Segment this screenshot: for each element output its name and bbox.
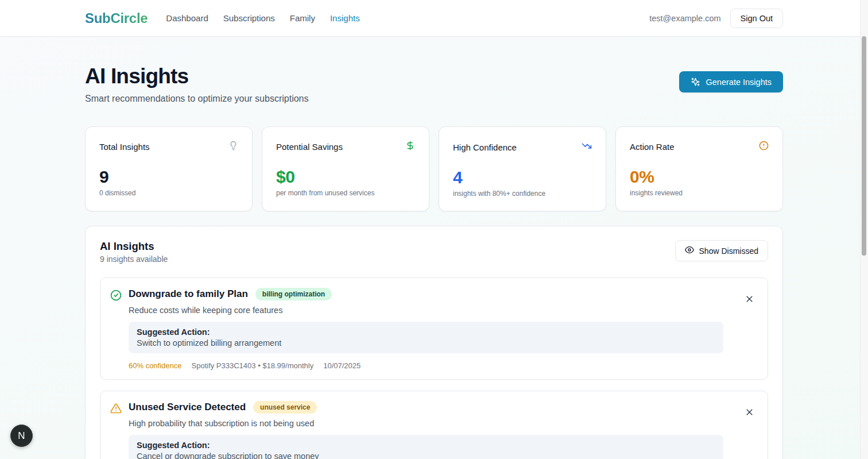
stat-card-potential-savings: Potential Savings $0 per month from unus… xyxy=(262,126,429,211)
eye-icon xyxy=(685,245,694,256)
suggested-action-box: Suggested Action: Switch to optimized bi… xyxy=(129,322,723,353)
panel-subtitle: 9 insights available xyxy=(100,254,168,264)
stat-sub: insights reviewed xyxy=(630,189,769,197)
trending-down-icon xyxy=(582,141,592,153)
lightbulb-icon xyxy=(228,141,238,153)
scrollbar-thumb[interactable] xyxy=(862,36,866,256)
stat-value: $0 xyxy=(276,167,415,187)
insights-panel: AI Insights 9 insights available Show Di… xyxy=(85,226,783,459)
stat-value: 9 xyxy=(99,167,238,187)
page: SubCircle Dashboard Subscriptions Family… xyxy=(0,0,868,459)
confidence-value: 60% confidence xyxy=(129,361,182,370)
stats-row: Total Insights 9 0 dismissed Potential S… xyxy=(85,126,783,211)
nav-subscriptions[interactable]: Subscriptions xyxy=(223,13,275,23)
stat-card-high-confidence: High Confidence 4 insights with 80%+ con… xyxy=(439,126,606,211)
dismiss-insight-button[interactable] xyxy=(743,406,756,419)
insight-card: Downgrade to family Plan billing optimiz… xyxy=(100,277,768,380)
close-icon xyxy=(745,296,754,305)
insight-description: High probability that subscription is no… xyxy=(129,419,723,428)
sparkles-icon xyxy=(691,77,700,87)
page-title: AI Insights xyxy=(85,64,309,88)
service-info: Spotify P333C1403 • $18.99/monthly xyxy=(192,361,314,370)
main-nav: Dashboard Subscriptions Family Insights xyxy=(166,13,359,23)
nav-dashboard[interactable]: Dashboard xyxy=(166,13,208,23)
generate-insights-label: Generate Insights xyxy=(706,78,772,87)
insight-title: Unused Service Detected xyxy=(129,402,246,413)
stat-value: 4 xyxy=(453,168,592,187)
scrollbar-track[interactable] xyxy=(860,0,868,459)
stat-sub: insights with 80%+ confidence xyxy=(453,190,592,198)
stat-card-total-insights: Total Insights 9 0 dismissed xyxy=(85,126,253,211)
stat-label: Action Rate xyxy=(630,142,675,152)
check-circle-icon xyxy=(110,290,122,303)
nav-family[interactable]: Family xyxy=(290,13,315,23)
stat-label: High Confidence xyxy=(453,142,517,152)
stat-sub: 0 dismissed xyxy=(99,189,238,197)
page-subtitle: Smart recommendations to optimize your s… xyxy=(85,94,309,104)
stat-value: 0% xyxy=(630,167,769,187)
insight-badge: billing optimization xyxy=(255,288,332,300)
insight-card: Unused Service Detected unused service H… xyxy=(100,391,768,459)
insight-description: Reduce costs while keeping core features xyxy=(129,306,723,315)
stat-sub: per month from unused services xyxy=(276,189,415,197)
generate-insights-button[interactable]: Generate Insights xyxy=(679,71,783,92)
stat-card-action-rate: Action Rate 0% insights reviewed xyxy=(615,126,783,211)
suggested-action-box: Suggested Action: Cancel or downgrade su… xyxy=(129,435,723,459)
sign-out-button[interactable]: Sign Out xyxy=(730,9,783,28)
panel-title: AI Insights xyxy=(100,240,168,253)
insight-badge: unused service xyxy=(253,401,317,414)
close-icon xyxy=(745,410,754,418)
suggested-action-text: Switch to optimized billing arrangement xyxy=(137,338,715,348)
suggested-action-label: Suggested Action: xyxy=(137,441,715,450)
main-content: AI Insights Smart recommendations to opt… xyxy=(85,37,783,459)
insight-title: Downgrade to family Plan xyxy=(129,288,248,300)
suggested-action-text: Cancel or downgrade subscription to save… xyxy=(137,452,715,459)
nextjs-devtools-badge[interactable]: N xyxy=(10,425,33,447)
dollar-icon xyxy=(405,141,415,153)
alert-circle-icon xyxy=(759,141,769,153)
show-dismissed-button[interactable]: Show Dismissed xyxy=(675,240,768,261)
insight-date: 10/07/2025 xyxy=(323,361,361,370)
user-email: test@example.com xyxy=(649,14,720,23)
nav-insights[interactable]: Insights xyxy=(330,13,360,23)
show-dismissed-label: Show Dismissed xyxy=(699,246,758,256)
app-logo[interactable]: SubCircle xyxy=(85,10,148,26)
suggested-action-label: Suggested Action: xyxy=(137,327,715,337)
dismiss-insight-button[interactable] xyxy=(743,292,756,306)
stat-label: Total Insights xyxy=(99,142,150,152)
warning-triangle-icon xyxy=(110,403,122,416)
stat-label: Potential Savings xyxy=(276,142,343,152)
top-navbar: SubCircle Dashboard Subscriptions Family… xyxy=(0,0,868,37)
